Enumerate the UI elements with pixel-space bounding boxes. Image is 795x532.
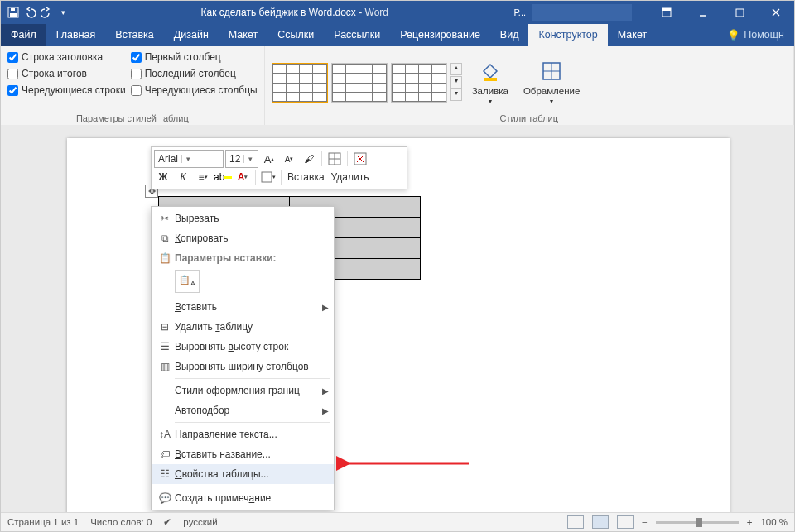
view-read-icon[interactable] <box>567 515 584 529</box>
tab-home[interactable]: Главная <box>46 24 106 46</box>
delete-table-icon: ⊟ <box>155 321 175 333</box>
status-language[interactable]: русский <box>183 517 217 527</box>
doc-title: Как сделать бейджик в Word.docx <box>201 7 356 18</box>
gallery-up-icon[interactable]: ▴ <box>450 63 462 75</box>
svg-rect-9 <box>484 78 497 81</box>
bold-button[interactable]: Ж <box>154 168 172 186</box>
tab-insert[interactable]: Вставка <box>105 24 163 46</box>
font-combo[interactable]: Arial▾ <box>154 150 224 168</box>
status-page[interactable]: Страница 1 из 1 <box>7 517 79 527</box>
tell-me[interactable]: 💡Помощн <box>717 24 794 46</box>
clipboard-icon: 📋 <box>155 252 175 264</box>
account-area[interactable] <box>532 4 632 21</box>
caption-icon: 🏷 <box>155 448 175 460</box>
comment-icon: 💬 <box>155 492 175 504</box>
zoom-value[interactable]: 100 % <box>760 517 788 527</box>
submenu-arrow-icon: ▶ <box>322 303 329 312</box>
ctx-distribute-rows[interactable]: ☰Выровнять высоту строк <box>152 337 334 357</box>
ctx-copy[interactable]: ⧉Копировать <box>152 228 334 248</box>
view-print-icon[interactable] <box>592 515 609 529</box>
ctx-distribute-cols[interactable]: ▥Выровнять ширину столбцов <box>152 357 334 376</box>
view-web-icon[interactable] <box>617 515 634 529</box>
paste-option-default[interactable]: 📋A <box>175 270 200 293</box>
bulb-icon: 💡 <box>727 29 740 41</box>
ribbon: Строка заголовка Строка итогов Чередующи… <box>1 46 794 126</box>
maximize-button[interactable] <box>721 1 758 24</box>
gallery-down-icon[interactable]: ▾ <box>450 76 462 89</box>
copy-icon: ⧉ <box>155 232 175 244</box>
table-style-2[interactable] <box>331 63 388 103</box>
shading-button[interactable]: Заливка ▾ <box>467 55 513 108</box>
svg-rect-6 <box>736 9 744 17</box>
chk-last-col[interactable]: Последний столбец <box>131 65 258 82</box>
ctx-insert-caption[interactable]: 🏷Вставить название... <box>152 444 334 464</box>
ctx-border-styles[interactable]: Стили оформления границ▶ <box>152 381 334 400</box>
ctx-text-direction[interactable]: ↕AНаправление текста... <box>152 424 334 444</box>
borders-button[interactable]: Обрамление ▾ <box>518 55 585 108</box>
chk-banded-cols[interactable]: Чередующиеся столбцы <box>131 82 258 98</box>
minimize-button[interactable] <box>685 1 721 24</box>
zoom-out-button[interactable]: − <box>642 517 648 527</box>
ctx-new-comment[interactable]: 💬Создать примечание <box>152 488 334 508</box>
chk-banded-rows[interactable]: Чередующиеся строки <box>7 82 126 98</box>
grow-font-icon[interactable]: A▴ <box>260 150 278 168</box>
group-label-styles: Стили таблиц <box>272 113 787 125</box>
dist-cols-icon: ▥ <box>155 361 175 372</box>
chk-header-row[interactable]: Строка заголовка <box>7 49 126 65</box>
font-size-combo[interactable]: 12▾ <box>225 150 258 168</box>
format-painter-icon[interactable]: 🖌 <box>300 150 318 168</box>
tab-view[interactable]: Вид <box>490 24 529 46</box>
table-style-3[interactable] <box>391 63 447 103</box>
italic-button[interactable]: К <box>174 168 192 186</box>
table-style-1[interactable] <box>272 63 328 103</box>
delete-cells-icon[interactable] <box>351 150 369 168</box>
redo-icon[interactable] <box>41 7 52 18</box>
svg-rect-2 <box>11 8 15 11</box>
submenu-arrow-icon: ▶ <box>322 386 329 395</box>
account-label[interactable]: Р... <box>514 7 526 17</box>
save-icon[interactable] <box>7 7 19 18</box>
group-table-style-options: Строка заголовка Строка итогов Чередующи… <box>1 46 265 125</box>
insert-menu-button[interactable]: Вставка <box>285 168 327 186</box>
align-button[interactable]: ≡▾ <box>194 168 212 186</box>
svg-rect-4 <box>662 8 671 11</box>
borders-icon <box>538 58 565 84</box>
insert-cells-icon[interactable] <box>325 150 344 168</box>
ctx-delete-table[interactable]: ⊟Удалить таблицу <box>152 317 334 337</box>
status-words[interactable]: Число слов: 0 <box>90 517 152 527</box>
status-bar: Страница 1 из 1 Число слов: 0 ✔ русский … <box>1 512 794 531</box>
delete-menu-button[interactable]: Удалить <box>329 168 372 186</box>
zoom-slider[interactable] <box>656 521 739 524</box>
tab-table-design[interactable]: Конструктор <box>528 24 607 46</box>
bucket-icon <box>477 58 504 84</box>
highlight-button[interactable]: ab <box>214 168 232 186</box>
undo-icon[interactable] <box>24 7 36 18</box>
tab-mailings[interactable]: Рассылки <box>324 24 390 46</box>
tab-table-layout[interactable]: Макет <box>608 24 657 46</box>
chk-first-col[interactable]: Первый столбец <box>131 49 258 65</box>
tab-file[interactable]: Файл <box>1 24 46 46</box>
shrink-font-icon[interactable]: A▾ <box>280 150 298 168</box>
font-color-button[interactable]: A▾ <box>234 168 252 186</box>
ctx-insert[interactable]: Вставить▶ <box>152 297 334 317</box>
chk-total-row[interactable]: Строка итогов <box>7 65 126 82</box>
tab-review[interactable]: Рецензирование <box>390 24 490 46</box>
title-bar: ▾ Как сделать бейджик в Word.docx - Word… <box>1 1 794 24</box>
tab-design[interactable]: Дизайн <box>164 24 219 46</box>
zoom-in-button[interactable]: + <box>747 517 753 527</box>
tab-references[interactable]: Ссылки <box>267 24 324 46</box>
ctx-autofit[interactable]: Автоподбор▶ <box>152 400 334 420</box>
close-button[interactable] <box>758 1 794 24</box>
window-title: Как сделать бейджик в Word.docx - Word <box>75 7 514 18</box>
ctx-table-properties[interactable]: ☷Свойства таблицы... <box>152 464 334 484</box>
ctx-cut[interactable]: ✂Вырезать <box>152 208 334 228</box>
qat-dropdown-icon[interactable]: ▾ <box>57 7 69 18</box>
proofing-icon[interactable]: ✔ <box>163 516 171 528</box>
border-button[interactable]: ▾ <box>259 168 277 186</box>
ribbon-display-button[interactable] <box>648 1 685 24</box>
gallery-more-icon[interactable]: ▾ <box>450 89 462 101</box>
dist-rows-icon: ☰ <box>155 341 175 352</box>
scissors-icon: ✂ <box>155 213 175 224</box>
table-styles-gallery[interactable]: ▴ ▾ ▾ <box>272 60 462 103</box>
tab-layout[interactable]: Макет <box>219 24 267 46</box>
